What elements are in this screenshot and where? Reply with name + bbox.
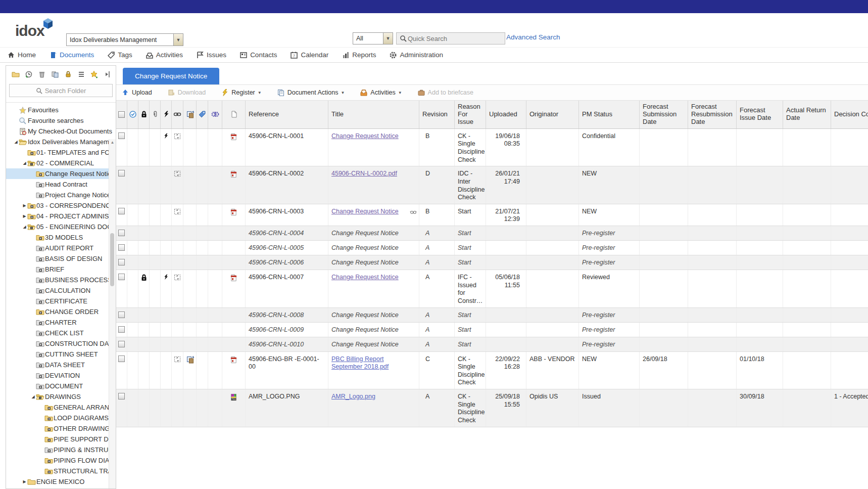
tree-item-change-request-notic[interactable]: Change Request Notic	[6, 168, 116, 179]
row-checkbox[interactable]	[116, 241, 127, 255]
database-button[interactable]	[50, 70, 61, 79]
column-header-forecast-issue-date[interactable]: Forecast Issue Date	[737, 101, 783, 128]
tree-item-general-arrang[interactable]: GENERAL ARRANG	[6, 402, 116, 413]
tree-item-piping-instrum[interactable]: PIPING & INSTRUM	[6, 444, 116, 455]
tree-collapsed-arrow-icon[interactable]: ▶	[22, 479, 27, 484]
column-header-linked[interactable]	[172, 101, 183, 128]
tree-item-basis-of-design[interactable]: BASIS OF DESIGN	[6, 253, 116, 264]
column-header-attachment[interactable]	[150, 101, 161, 128]
document-title-link[interactable]: AMR_Logo.png	[331, 393, 375, 400]
tree-item-favourites[interactable]: Favourites	[6, 105, 116, 115]
column-header-renditions[interactable]	[183, 101, 197, 128]
column-header-forecast-submission-date[interactable]: Forecast Submission Date	[640, 101, 688, 128]
tree-item-01-templates-and-for[interactable]: 01- TEMPLATES and FOR	[6, 147, 116, 158]
nav-item-contacts[interactable]: Contacts	[239, 51, 277, 59]
tree-item-pipe-support-dr[interactable]: PIPE SUPPORT DR	[6, 434, 116, 444]
tree-item-other-drawings[interactable]: OTHER DRAWINGS	[6, 423, 116, 434]
tree-item-05-engineering-doc[interactable]: ◢05 - ENGINEERING DOC	[6, 221, 116, 232]
column-header-pm-status[interactable]: PM Status	[579, 101, 640, 128]
tab-change-request-notice[interactable]: Change Request Notice	[123, 68, 219, 84]
tree-item-03-correspondenc[interactable]: ▶03 - CORRESPONDENC	[6, 200, 116, 211]
column-header-uploaded[interactable]: Uploaded	[486, 101, 526, 128]
document-title-link[interactable]: 45906-CRN-L-0002.pdf	[331, 170, 397, 177]
document-title-link[interactable]: Change Request Notice	[331, 132, 399, 140]
tree-expanded-arrow-icon[interactable]: ◢	[22, 161, 27, 165]
permissions-button[interactable]	[63, 70, 74, 79]
tree-item-04-project-administ[interactable]: ▶04 - PROJECT ADMINIST	[6, 211, 116, 221]
tree-item-loop-diagrams[interactable]: LOOP DIAGRAMS	[6, 413, 116, 423]
column-header-locked[interactable]	[138, 101, 150, 128]
nav-item-reports[interactable]: Reports	[342, 51, 376, 59]
nav-item-documents[interactable]: Documents	[49, 51, 94, 59]
document-actions-button[interactable]: Document Actions▼	[277, 88, 345, 97]
column-header-title[interactable]: Title	[328, 101, 419, 128]
register-button[interactable]: Register▼	[221, 88, 261, 97]
column-header-document[interactable]	[222, 101, 246, 128]
tree-expanded-arrow-icon[interactable]: ◢	[13, 140, 19, 144]
row-checkbox[interactable]	[116, 323, 127, 337]
document-title-link[interactable]: PBC Billing Report September 2018.pdf	[331, 355, 389, 371]
column-header-viewer[interactable]	[208, 101, 222, 128]
tree-item-certificate[interactable]: CERTIFICATE	[6, 296, 116, 306]
column-header-actual-return-date[interactable]: Actual Return Date	[783, 101, 831, 128]
application-select[interactable]: Idox Deliverables Management ▼	[66, 33, 183, 46]
row-checkbox[interactable]	[116, 166, 127, 204]
row-checkbox[interactable]	[116, 255, 127, 270]
row-checkbox[interactable]	[116, 270, 127, 307]
quick-search-box[interactable]	[396, 32, 505, 45]
tree-item-engie-mexico[interactable]: ▶ENGIE MEXICO	[6, 476, 116, 487]
nav-item-calendar[interactable]: 7Calendar	[290, 51, 328, 59]
row-checkbox[interactable]	[116, 226, 127, 240]
folder-search-input[interactable]: Search Folder	[9, 84, 113, 97]
column-header-decision-cod[interactable]: Decision Cod	[831, 101, 868, 128]
scroll-up-arrow-icon[interactable]: ▲	[109, 140, 116, 145]
column-header-reason-for-issue[interactable]: Reason For Issue	[455, 101, 486, 128]
tree-expanded-arrow-icon[interactable]: ◢	[22, 225, 27, 229]
tree-item-cutting-sheet[interactable]: CUTTING SHEET	[6, 349, 116, 360]
tree-item-project-change-notice[interactable]: Project Change Notice	[6, 190, 116, 200]
quick-search-input[interactable]	[407, 34, 495, 43]
nav-item-tags[interactable]: Tags	[107, 51, 132, 59]
new-folder-button[interactable]	[10, 70, 21, 79]
row-checkbox[interactable]	[116, 352, 127, 389]
tree-item-idox-deliverables-manageme[interactable]: ◢Idox Deliverables Manageme	[6, 137, 116, 147]
add-favourite-button[interactable]	[89, 70, 100, 79]
row-checkbox[interactable]	[116, 308, 127, 322]
tree-item-head-contract[interactable]: Head Contract	[6, 179, 116, 190]
row-checkbox[interactable]	[116, 129, 127, 166]
search-scope-select[interactable]: All ▼	[353, 32, 393, 45]
list-view-button[interactable]	[76, 70, 87, 79]
column-header-tags[interactable]	[197, 101, 208, 128]
tree-item-construction-dat[interactable]: CONSTRUCTION DAT	[6, 338, 116, 349]
document-title-link[interactable]: Change Request Notice	[331, 274, 399, 281]
tree-item-document[interactable]: DOCUMENT	[6, 381, 116, 391]
tree-item-structural-tra[interactable]: STRUCTURAL TRA	[6, 466, 116, 476]
tree-item-check-list[interactable]: CHECK LIST	[6, 328, 116, 338]
nav-item-administration[interactable]: Administration	[389, 51, 443, 59]
tree-expanded-arrow-icon[interactable]: ◢	[30, 394, 36, 399]
column-header-revision[interactable]: Revision	[419, 101, 455, 128]
tree-item-deviation[interactable]: DEVIATION	[6, 370, 116, 381]
nav-item-issues[interactable]: Issues	[196, 51, 226, 59]
tree-item-data-sheet[interactable]: DATA SHEET	[6, 360, 116, 370]
row-checkbox[interactable]	[116, 337, 127, 351]
tree-item-favourite-searches[interactable]: Favourite searches	[6, 115, 116, 126]
tree-scrollbar[interactable]: ▲	[109, 139, 116, 488]
nav-item-home[interactable]: Home	[7, 51, 36, 59]
chevron-down-icon[interactable]: ▼	[383, 33, 393, 44]
tree-item-calculation[interactable]: CALCULATION	[6, 285, 116, 296]
scrollbar-thumb[interactable]	[110, 233, 114, 286]
column-header-workflow[interactable]	[161, 101, 172, 128]
tree-item-my-checked-out-documents[interactable]: My Checked-Out Documents	[6, 126, 116, 137]
tree-collapsed-arrow-icon[interactable]: ▶	[22, 214, 27, 218]
tree-item-drawings[interactable]: ◢DRAWINGS	[6, 391, 116, 402]
column-header-originator[interactable]: Originator	[526, 101, 579, 128]
upload-button[interactable]: Upload	[121, 88, 152, 97]
tree-collapsed-arrow-icon[interactable]: ▶	[22, 203, 27, 208]
collapse-panel-button[interactable]	[102, 70, 113, 79]
history-button[interactable]	[23, 70, 34, 79]
document-title-link[interactable]: Change Request Notice	[331, 208, 399, 215]
tree-item-3d-models[interactable]: 3D MODELS	[6, 232, 116, 243]
nav-item-activities[interactable]: Activities	[146, 51, 183, 59]
tree-item-02-commercial[interactable]: ◢02 - COMMERCIAL	[6, 158, 116, 168]
